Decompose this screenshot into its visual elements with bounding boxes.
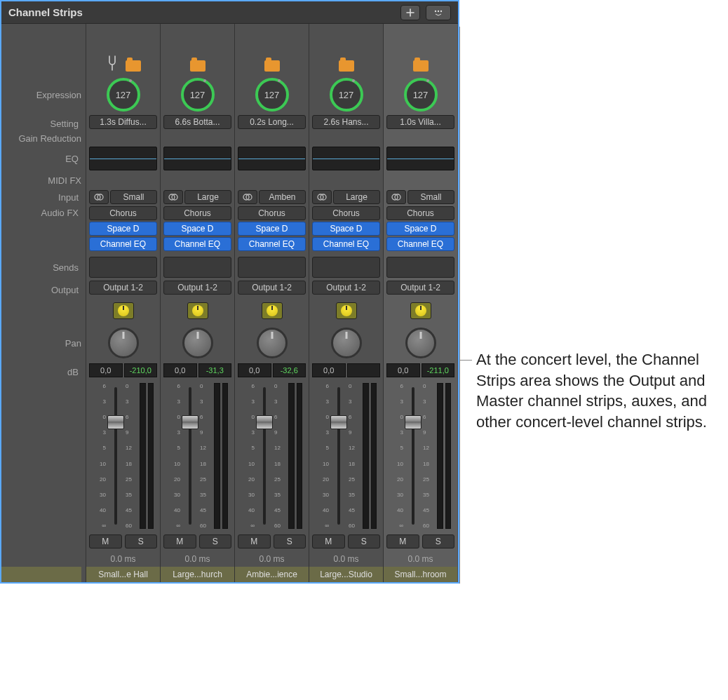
fader-cap[interactable] xyxy=(256,415,273,429)
add-button[interactable] xyxy=(400,5,420,20)
output-slot[interactable]: Output 1-2 xyxy=(238,281,306,295)
channel-strip[interactable]: 127 1.3s Diffus... Small Chorus Space D … xyxy=(86,24,160,582)
output-slot[interactable]: Output 1-2 xyxy=(89,281,157,295)
db-value-left[interactable]: 0,0 xyxy=(163,363,197,377)
channel-strip[interactable]: 127 0.2s Long... Amben Chorus Space D Ch… xyxy=(234,24,309,582)
eq-display[interactable] xyxy=(89,147,157,170)
indicator-button[interactable] xyxy=(410,302,431,319)
input-slot[interactable]: Large xyxy=(333,190,380,204)
folder-icon[interactable] xyxy=(126,60,141,72)
fader-track[interactable] xyxy=(405,383,422,529)
pan-knob[interactable] xyxy=(331,328,362,358)
folder-icon[interactable] xyxy=(413,60,429,72)
strip-name[interactable]: Small...hroom xyxy=(384,567,457,582)
fader-cap[interactable] xyxy=(182,415,198,429)
pan-knob[interactable] xyxy=(182,328,213,358)
sends-slot[interactable] xyxy=(163,257,231,278)
strip-name[interactable]: Large...hurch xyxy=(161,567,234,582)
pan-knob[interactable] xyxy=(405,328,436,358)
more-button[interactable] xyxy=(426,5,451,20)
fader-cap[interactable] xyxy=(405,415,422,429)
fader-cap[interactable] xyxy=(330,415,347,429)
indicator-button[interactable] xyxy=(113,302,134,319)
db-value-left[interactable]: 0,0 xyxy=(89,363,123,377)
channel-strip[interactable]: 127 2.6s Hans... Large Chorus Space D Ch… xyxy=(309,24,383,582)
audio-fx-space-d[interactable]: Space D xyxy=(89,222,157,236)
solo-button[interactable]: S xyxy=(274,534,306,548)
solo-button[interactable]: S xyxy=(125,534,158,548)
strip-name[interactable]: Large...Studio xyxy=(309,567,383,582)
pan-knob[interactable] xyxy=(108,328,139,358)
eq-display[interactable] xyxy=(312,147,380,170)
input-slot[interactable]: Amben xyxy=(259,190,306,204)
db-value-left[interactable]: 0,0 xyxy=(238,363,271,377)
expression-knob[interactable]: 127 xyxy=(107,78,140,112)
expression-knob[interactable]: 127 xyxy=(255,78,289,112)
sends-slot[interactable] xyxy=(89,257,157,278)
audio-fx-chorus[interactable]: Chorus xyxy=(386,206,454,220)
sends-slot[interactable] xyxy=(238,257,306,278)
audio-fx-channel-eq[interactable]: Channel EQ xyxy=(386,237,454,251)
output-slot[interactable]: Output 1-2 xyxy=(386,281,454,295)
folder-icon[interactable] xyxy=(190,60,205,72)
db-value-right[interactable]: -31,3 xyxy=(198,363,232,377)
solo-button[interactable]: S xyxy=(422,534,455,548)
input-slot[interactable]: Small xyxy=(110,190,157,204)
db-value-right[interactable] xyxy=(347,363,381,377)
solo-button[interactable]: S xyxy=(199,534,232,548)
input-format-button[interactable] xyxy=(238,190,257,204)
db-value-right[interactable]: -210,0 xyxy=(124,363,158,377)
fader-track[interactable] xyxy=(107,383,124,529)
audio-fx-chorus[interactable]: Chorus xyxy=(238,206,306,220)
folder-icon[interactable] xyxy=(264,60,280,72)
db-value-right[interactable]: -211,0 xyxy=(422,363,455,377)
input-format-button[interactable] xyxy=(89,190,109,204)
mute-button[interactable]: M xyxy=(312,534,345,548)
channel-strip[interactable]: 127 1.0s Villa... Small Chorus Space D C… xyxy=(383,24,457,582)
input-slot[interactable]: Large xyxy=(184,190,231,204)
mute-button[interactable]: M xyxy=(386,534,419,548)
setting-slot[interactable]: 2.6s Hans... xyxy=(312,115,380,129)
indicator-button[interactable] xyxy=(336,302,357,319)
audio-fx-channel-eq[interactable]: Channel EQ xyxy=(89,237,157,251)
expression-knob[interactable]: 127 xyxy=(181,78,215,112)
fader-track[interactable] xyxy=(182,383,198,529)
sends-slot[interactable] xyxy=(386,257,454,278)
eq-display[interactable] xyxy=(238,147,306,170)
input-format-button[interactable] xyxy=(312,190,332,204)
fader-track[interactable] xyxy=(330,383,347,529)
strip-name[interactable]: Small...e Hall xyxy=(86,567,160,582)
mute-button[interactable]: M xyxy=(89,534,122,548)
eq-display[interactable] xyxy=(386,147,454,170)
setting-slot[interactable]: 1.3s Diffus... xyxy=(89,115,157,129)
input-format-button[interactable] xyxy=(386,190,406,204)
folder-icon[interactable] xyxy=(339,60,354,72)
audio-fx-chorus[interactable]: Chorus xyxy=(163,206,231,220)
audio-fx-space-d[interactable]: Space D xyxy=(238,222,306,236)
audio-fx-channel-eq[interactable]: Channel EQ xyxy=(312,237,380,251)
setting-slot[interactable]: 0.2s Long... xyxy=(238,115,306,129)
strip-name[interactable]: Ambie...ience xyxy=(235,567,309,582)
fader-track[interactable] xyxy=(256,383,273,529)
audio-fx-chorus[interactable]: Chorus xyxy=(312,206,380,220)
fader-cap[interactable] xyxy=(107,415,124,429)
audio-fx-chorus[interactable]: Chorus xyxy=(89,206,157,220)
input-slot[interactable]: Small xyxy=(407,190,454,204)
audio-fx-channel-eq[interactable]: Channel EQ xyxy=(238,237,306,251)
audio-fx-space-d[interactable]: Space D xyxy=(312,222,380,236)
sends-slot[interactable] xyxy=(312,257,380,278)
mute-button[interactable]: M xyxy=(238,534,271,548)
db-value-right[interactable]: -32,6 xyxy=(273,363,306,377)
indicator-button[interactable] xyxy=(262,302,283,319)
audio-fx-channel-eq[interactable]: Channel EQ xyxy=(163,237,231,251)
tuning-fork-icon[interactable] xyxy=(106,55,119,72)
indicator-button[interactable] xyxy=(187,302,208,319)
channel-strip[interactable]: 127 6.6s Botta... Large Chorus Space D C… xyxy=(160,24,234,582)
expression-knob[interactable]: 127 xyxy=(330,78,363,112)
audio-fx-space-d[interactable]: Space D xyxy=(163,222,231,236)
solo-button[interactable]: S xyxy=(348,534,381,548)
mute-button[interactable]: M xyxy=(163,534,196,548)
setting-slot[interactable]: 6.6s Botta... xyxy=(163,115,231,129)
db-value-left[interactable]: 0,0 xyxy=(312,363,346,377)
pan-knob[interactable] xyxy=(257,328,288,358)
